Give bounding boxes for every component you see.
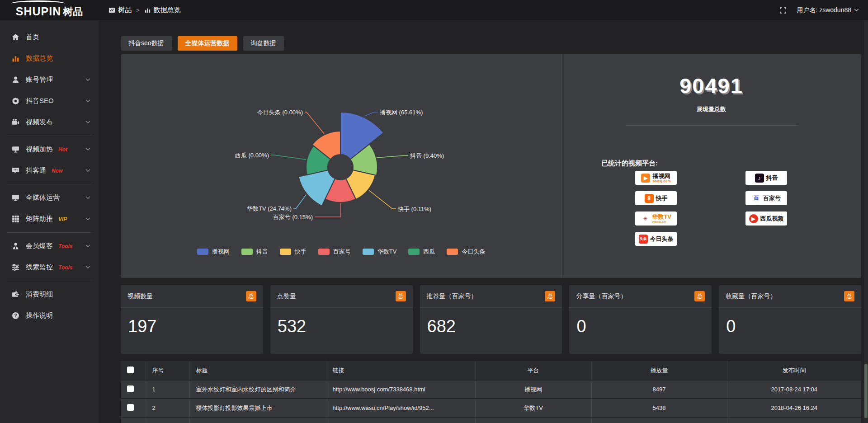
fullscreen-icon[interactable] bbox=[779, 7, 787, 14]
row-platform: 华数TV bbox=[475, 399, 591, 417]
sidebar-item-label: 矩阵助推 bbox=[26, 215, 53, 223]
table-header-播放量: 播放量 bbox=[591, 361, 727, 380]
stat-card-header: 收藏量（百家号）总 bbox=[719, 285, 861, 308]
pie-label-百家号: 百家号 (0.15%) bbox=[273, 214, 313, 221]
legend-label: 播视网 bbox=[212, 248, 230, 256]
scrollbar-thumb[interactable] bbox=[864, 364, 868, 418]
row-platform bbox=[475, 417, 591, 423]
sidebar-item-矩阵助推[interactable]: 矩阵助推VIP bbox=[0, 208, 99, 230]
username-menu[interactable]: 用户名: zswodun88 bbox=[797, 6, 859, 14]
legend-label: 今日头条 bbox=[462, 248, 485, 256]
sidebar-item-线索监控[interactable]: 线索监控Tools bbox=[0, 257, 99, 278]
platform-column-0: ▶播视网boosj.com8快手✳华数TVwasu.cn头条今日头条 bbox=[635, 171, 677, 246]
help-icon: ? bbox=[12, 312, 19, 320]
home-icon bbox=[12, 33, 19, 41]
chart-panel: 播视网 (65.61%)抖音 (9.40%)快手 (0.11%)百家号 (0.1… bbox=[121, 54, 861, 278]
chevron-down-icon bbox=[85, 99, 90, 103]
topbar: SHUPIN 树品 树品 > 数据总览 用户名: zswodun88 bbox=[0, 0, 868, 20]
chevron-down-icon bbox=[85, 121, 90, 124]
legend-swatch bbox=[408, 249, 420, 255]
row-url-link[interactable]: http://www.wasu.cn/Play/show/id/952... bbox=[326, 399, 475, 417]
legend-item-抖音[interactable]: 抖音 bbox=[241, 248, 268, 256]
app-logo[interactable]: SHUPIN 树品 bbox=[0, 0, 99, 20]
sidebar-item-label: 视频加热 bbox=[26, 145, 53, 154]
platform-subtext: boosj.com bbox=[652, 179, 670, 183]
sidebar-item-label: 数据总览 bbox=[26, 54, 53, 63]
page-scrollbar[interactable] bbox=[864, 20, 868, 423]
video-data-table: 序号标题链接平台播放量发布时间 1室外水纹灯和室内水纹灯的区别和简介http:/… bbox=[121, 361, 861, 423]
legend-item-百家号[interactable]: 百家号 bbox=[318, 248, 351, 256]
legend-item-快手[interactable]: 快手 bbox=[280, 248, 307, 256]
sidebar-item-账号管理[interactable]: 账号管理 bbox=[0, 69, 99, 90]
sidebar-item-会员爆客[interactable]: 会员爆客Tools bbox=[0, 235, 99, 257]
row-checkbox[interactable] bbox=[127, 385, 134, 392]
sidebar-item-数据总览[interactable]: 数据总览 bbox=[0, 48, 99, 69]
sidebar-item-首页[interactable]: 首页 bbox=[0, 27, 99, 48]
table-header-发布时间: 发布时间 bbox=[727, 361, 861, 380]
sidebar-badge-VIP: VIP bbox=[58, 216, 67, 222]
breadcrumb: 树品 > 数据总览 bbox=[108, 6, 181, 14]
row-seq bbox=[146, 417, 189, 423]
logo-text: SHUPIN bbox=[16, 5, 61, 18]
sidebar-item-操作说明[interactable]: ?操作说明 bbox=[0, 305, 99, 326]
pie-label-line bbox=[377, 155, 408, 158]
pie-label-华数TV: 华数TV (24.74%) bbox=[247, 205, 292, 212]
chevron-down-icon bbox=[85, 217, 90, 221]
legend-item-华数TV[interactable]: 华数TV bbox=[363, 248, 397, 256]
legend-swatch bbox=[280, 249, 291, 255]
select-all-checkbox[interactable] bbox=[127, 367, 134, 373]
row-checkbox[interactable] bbox=[127, 404, 134, 411]
sidebar-item-label: 操作说明 bbox=[26, 311, 53, 320]
tab-询盘数据[interactable]: 询盘数据 bbox=[243, 36, 284, 51]
main-content: 抖音seo数据全媒体运营数据询盘数据 播视网 (65.61%)抖音 (9.40%… bbox=[99, 20, 868, 423]
row-title-link[interactable]: 室外水纹灯和室内水纹灯的区别和简介 bbox=[189, 380, 326, 399]
total-impressions-label: 展现量总数 bbox=[561, 105, 861, 113]
platform-name: 百家号 bbox=[763, 195, 781, 201]
row-title-link[interactable]: 楼体投影灯投影效果震撼上市 bbox=[189, 399, 326, 417]
legend-item-播视网[interactable]: 播视网 bbox=[197, 248, 230, 256]
row-seq: 1 bbox=[146, 380, 189, 399]
stat-total-badge: 总 bbox=[246, 291, 256, 301]
breadcrumb-current[interactable]: 数据总览 bbox=[154, 6, 181, 14]
platform-logo-快手: 8快手 bbox=[635, 191, 677, 205]
platform-logo-西瓜视频: ▶西瓜视频 bbox=[745, 212, 787, 226]
legend-item-西瓜[interactable]: 西瓜 bbox=[408, 248, 435, 256]
stat-card-title: 分享量（百家号） bbox=[576, 292, 627, 301]
sidebar-divider bbox=[7, 136, 91, 136]
tab-bar: 抖音seo数据全媒体运营数据询盘数据 bbox=[121, 36, 861, 51]
tab-全媒体运营数据[interactable]: 全媒体运营数据 bbox=[178, 36, 237, 51]
sidebar-divider bbox=[7, 232, 91, 233]
legend-swatch bbox=[241, 249, 253, 255]
legend-swatch bbox=[447, 249, 458, 255]
breadcrumb-root[interactable]: 树品 bbox=[118, 6, 132, 14]
legend-label: 快手 bbox=[295, 248, 307, 256]
row-checkbox-cell bbox=[121, 380, 146, 399]
西瓜视频-logo-icon: ▶ bbox=[749, 214, 758, 223]
row-url-link[interactable] bbox=[326, 417, 475, 423]
platform-logo-华数TV: ✳华数TVwasu.cn bbox=[635, 212, 677, 226]
pie-label-line bbox=[369, 190, 396, 209]
sidebar-item-抖客通[interactable]: 抖客通New bbox=[0, 160, 99, 181]
svg-text:?: ? bbox=[14, 313, 17, 318]
sidebar-item-label: 消费明细 bbox=[26, 290, 53, 299]
sidebar-item-全媒体运营[interactable]: 全媒体运营 bbox=[0, 187, 99, 208]
sidebar-item-视频发布[interactable]: 视频发布 bbox=[0, 112, 99, 133]
table-header-标题: 标题 bbox=[189, 361, 326, 380]
chevron-down-icon bbox=[854, 9, 859, 12]
platform-subtext: wasu.cn bbox=[652, 220, 671, 224]
tab-抖音seo数据[interactable]: 抖音seo数据 bbox=[121, 36, 172, 51]
stat-card-推荐量（百家号）: 推荐量（百家号）总682 bbox=[420, 285, 562, 354]
legend-item-今日头条[interactable]: 今日头条 bbox=[447, 248, 485, 256]
播视网-logo-icon: ▶ bbox=[641, 174, 650, 183]
sidebar-item-消费明细[interactable]: 消费明细 bbox=[0, 284, 99, 305]
今日头条-logo-icon: 头条 bbox=[639, 235, 648, 244]
chevron-down-icon bbox=[85, 169, 90, 172]
legend-label: 西瓜 bbox=[423, 248, 435, 256]
row-publish-time: 2017-08-24 17:04 bbox=[727, 380, 861, 399]
legend-swatch bbox=[318, 249, 330, 255]
sidebar-item-抖音SEO[interactable]: 抖音SEO bbox=[0, 90, 99, 112]
sidebar-item-视频加热[interactable]: 视频加热Hot bbox=[0, 139, 99, 160]
row-url-link[interactable]: http://www.boosj.com/7338468.html bbox=[326, 380, 475, 399]
row-title-link[interactable] bbox=[189, 417, 326, 423]
sidebar: 首页数据总览账号管理抖音SEO视频发布视频加热Hot抖客通New全媒体运营矩阵助… bbox=[0, 20, 99, 423]
